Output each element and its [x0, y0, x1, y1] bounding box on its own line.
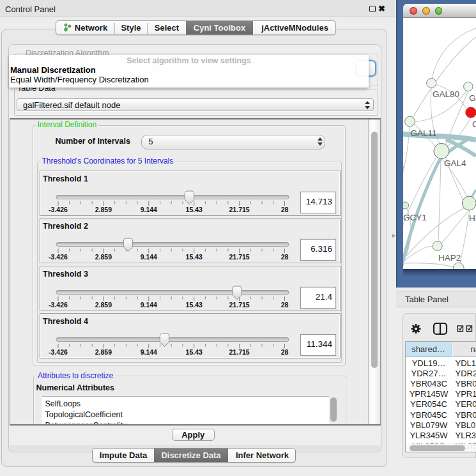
svg-text:15.43: 15.43: [186, 206, 203, 213]
svg-text:-3.426: -3.426: [49, 206, 68, 213]
svg-text:-3.426: -3.426: [49, 348, 68, 356]
svg-text:-3.426: -3.426: [49, 301, 68, 309]
svg-text:9.144: 9.144: [141, 253, 157, 261]
svg-text:28: 28: [281, 253, 289, 261]
svg-text:GAL1: GAL1: [469, 93, 476, 103]
svg-text:21.715: 21.715: [229, 348, 250, 356]
svg-text:2.859: 2.859: [95, 253, 112, 261]
svg-text:HAP2: HAP2: [438, 253, 461, 263]
svg-text:GAL80: GAL80: [433, 89, 459, 99]
svg-text:28: 28: [281, 301, 289, 309]
svg-text:2.859: 2.859: [95, 301, 112, 309]
svg-text:15.43: 15.43: [186, 301, 203, 309]
svg-text:28: 28: [281, 348, 289, 356]
svg-text:2.859: 2.859: [95, 206, 112, 213]
svg-text:GAL11: GAL11: [411, 128, 437, 138]
svg-text:21.715: 21.715: [229, 253, 250, 261]
svg-text:21.715: 21.715: [229, 206, 250, 213]
svg-text:GAL4: GAL4: [444, 158, 466, 168]
svg-text:21.715: 21.715: [229, 301, 250, 309]
svg-text:15.43: 15.43: [186, 348, 203, 356]
svg-text:-3.426: -3.426: [49, 253, 68, 261]
svg-text:HIS: HIS: [469, 213, 476, 223]
svg-text:2.859: 2.859: [95, 348, 112, 356]
svg-text:CY: CY: [472, 119, 476, 129]
svg-text:9.144: 9.144: [141, 301, 157, 309]
svg-text:28: 28: [281, 206, 289, 213]
svg-text:9.144: 9.144: [141, 348, 157, 356]
svg-text:GCY1: GCY1: [403, 213, 427, 222]
svg-text:15.43: 15.43: [186, 253, 203, 261]
svg-text:9.144: 9.144: [141, 206, 157, 213]
